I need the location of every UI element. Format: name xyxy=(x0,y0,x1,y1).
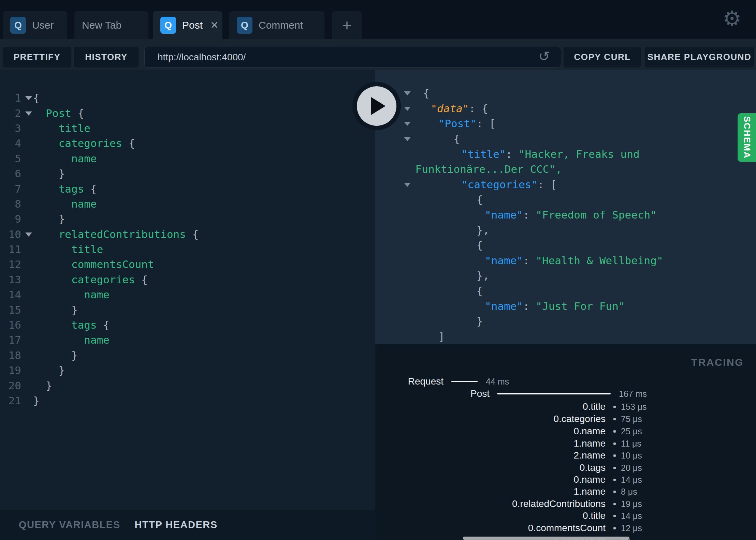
schema-side-tab[interactable]: SCHEMA xyxy=(738,113,756,162)
editor-line[interactable]: 4 categories { xyxy=(0,136,375,151)
line-number: 13 xyxy=(0,273,21,286)
editor-code: title xyxy=(33,122,90,134)
editor-line[interactable]: 18 } xyxy=(0,348,375,363)
code-token: { xyxy=(135,273,148,286)
tracing-row-label: Post xyxy=(470,388,490,399)
editor-line[interactable]: 10 relatedContributions { xyxy=(0,227,375,242)
editor-code: } xyxy=(33,167,65,180)
response-code: } xyxy=(477,315,483,327)
response-line: { xyxy=(375,283,756,299)
editor-line[interactable]: 9 } xyxy=(0,211,375,226)
code-token xyxy=(33,243,71,255)
editor-line[interactable]: 13 categories { xyxy=(0,272,375,287)
code-token xyxy=(33,258,71,270)
response-lines: {"data": {"Post": [{"title": "Hacker, Fr… xyxy=(375,86,756,344)
response-line: "title": "Hacker, Freaks und xyxy=(375,146,756,162)
editor-line[interactable]: 6 } xyxy=(0,166,375,181)
response-line: }, xyxy=(375,268,756,283)
tab-close-icon[interactable]: ✕ xyxy=(210,20,219,30)
editor-line[interactable]: 8 name xyxy=(0,196,375,211)
new-tab-button[interactable]: + xyxy=(332,11,362,39)
tracing-row-value: 167 ms xyxy=(619,389,647,399)
tracing-row-value: 44 ms xyxy=(486,377,509,387)
tracing-row-label: 0.name xyxy=(574,474,606,485)
line-number: 16 xyxy=(0,319,21,331)
tab-post[interactable]: QPost✕ xyxy=(153,11,222,39)
tab-user[interactable]: QUser xyxy=(3,11,67,39)
editor-line[interactable]: 2 Post { xyxy=(0,105,375,120)
line-number: 20 xyxy=(0,379,21,392)
editor-line[interactable]: 17 name xyxy=(0,332,375,347)
editor-code: commentsCount xyxy=(33,258,154,270)
code-token: { xyxy=(477,193,483,206)
code-token: ] xyxy=(438,330,445,343)
editor-line[interactable]: 3 title xyxy=(0,121,375,136)
response-viewer[interactable]: {"data": {"Post": [{"title": "Hacker, Fr… xyxy=(375,70,756,344)
editor-line[interactable]: 15 } xyxy=(0,302,375,317)
editor-line[interactable]: 21} xyxy=(0,393,375,408)
settings-gear-icon[interactable]: ⚙ xyxy=(723,6,742,31)
tracing-row-value: 20 μs xyxy=(621,463,642,473)
response-line: "categories": [ xyxy=(375,177,756,192)
response-code: ] xyxy=(438,330,445,343)
fold-arrow-icon[interactable] xyxy=(25,232,32,237)
query-type-badge: Q xyxy=(237,17,252,34)
tracing-row-value: 11 μs xyxy=(621,439,641,449)
collapse-arrow-icon[interactable] xyxy=(404,183,411,187)
copy-curl-button[interactable]: COPY CURL xyxy=(564,47,641,68)
tab-new-tab[interactable]: New Tab xyxy=(74,11,148,39)
editor-line[interactable]: 20 } xyxy=(0,378,375,393)
collapse-arrow-icon[interactable] xyxy=(404,122,411,126)
code-token: } xyxy=(33,349,78,361)
code-token: } xyxy=(33,213,65,225)
editor-line[interactable]: 16 tags { xyxy=(0,317,375,332)
execute-query-button[interactable] xyxy=(352,82,401,130)
code-token: }, xyxy=(477,224,489,236)
editor-line[interactable]: 1{ xyxy=(0,90,375,105)
line-number: 10 xyxy=(0,228,21,240)
editor-line[interactable]: 5 name xyxy=(0,151,375,166)
code-token: "data" xyxy=(431,102,469,115)
code-token: Funktionäre...Der CCC", xyxy=(416,163,562,175)
code-token: categories xyxy=(71,273,135,286)
editor-line[interactable]: 19 } xyxy=(0,363,375,378)
prettify-button[interactable]: PRETTIFY xyxy=(3,47,71,68)
code-token xyxy=(33,122,59,134)
editor-line[interactable]: 14 name xyxy=(0,287,375,302)
endpoint-url-input[interactable]: http://localhost:4000/ xyxy=(144,47,561,68)
code-token: } xyxy=(33,379,52,392)
code-token: tags xyxy=(71,319,97,331)
response-line: { xyxy=(375,86,756,101)
editor-line[interactable]: 11 title xyxy=(0,242,375,257)
share-playground-button[interactable]: SHARE PLAYGROUND xyxy=(645,47,754,68)
response-code: "categories": [ xyxy=(461,178,557,191)
graphql-playground-window: QUserNew TabQPost✕QComment + ⚙ PRETTIFY … xyxy=(0,0,756,540)
code-token: : xyxy=(469,102,481,115)
tab-comment[interactable]: QComment xyxy=(229,11,324,39)
line-number: 17 xyxy=(0,334,21,346)
query-variables-tab[interactable]: QUERY VARIABLES xyxy=(19,519,120,530)
fold-arrow-icon[interactable] xyxy=(25,96,32,100)
collapse-arrow-icon[interactable] xyxy=(404,137,411,141)
response-code: { xyxy=(454,133,460,145)
history-button[interactable]: HISTORY xyxy=(74,47,139,68)
collapse-arrow-icon[interactable] xyxy=(404,91,411,95)
editor-line[interactable]: 7 tags { xyxy=(0,181,375,196)
query-type-badge: Q xyxy=(10,17,26,34)
http-headers-tab[interactable]: HTTP HEADERS xyxy=(135,519,218,530)
tab-label: New Tab xyxy=(82,19,121,31)
horizontal-scrollbar-thumb[interactable] xyxy=(463,537,629,540)
code-token xyxy=(33,137,59,149)
execute-button-circle xyxy=(357,86,396,126)
collapse-arrow-icon[interactable] xyxy=(404,107,411,111)
code-token xyxy=(33,107,46,119)
code-token: name xyxy=(84,288,110,301)
tracing-dot xyxy=(613,406,616,408)
code-token xyxy=(33,183,59,195)
editor-line[interactable]: 12 commentsCount xyxy=(0,257,375,272)
line-number: 3 xyxy=(0,122,21,134)
response-code: { xyxy=(423,87,430,99)
fold-arrow-icon[interactable] xyxy=(25,111,32,116)
query-editor[interactable]: 1{2 Post {3 title4 categories {5 name6 }… xyxy=(0,70,375,510)
reload-schema-icon[interactable]: ↺ xyxy=(538,49,550,63)
